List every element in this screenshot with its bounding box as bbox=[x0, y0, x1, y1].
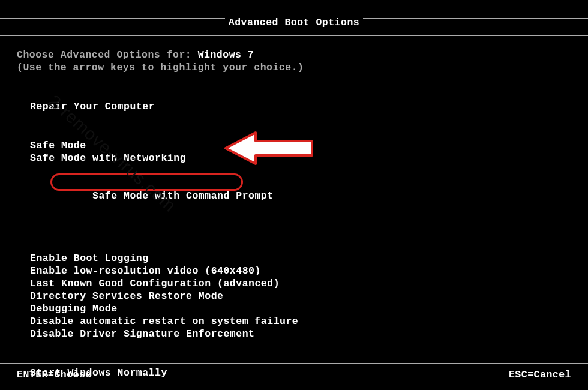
option-safe-mode-cmd-row[interactable]: Safe Mode with Command Prompt Safe Mode … bbox=[30, 164, 571, 240]
option-boot-logging[interactable]: Enable Boot Logging bbox=[30, 252, 571, 265]
option-safe-mode-cmd: Safe Mode with Command Prompt bbox=[92, 190, 274, 202]
option-dsrm[interactable]: Directory Services Restore Mode bbox=[30, 290, 571, 302]
option-low-res[interactable]: Enable low-resolution video (640x480) bbox=[30, 265, 571, 277]
enter-hint: ENTER=Choose bbox=[17, 369, 92, 380]
highlight-ring-annotation: Safe Mode with Command Prompt bbox=[50, 173, 244, 191]
footer-bar: ENTER=Choose ESC=Cancel bbox=[0, 363, 588, 380]
hint-text: (Use the arrow keys to highlight your ch… bbox=[17, 61, 571, 74]
esc-hint: ESC=Cancel bbox=[509, 369, 571, 380]
page-title: Advanced Boot Options bbox=[225, 17, 363, 28]
option-last-known-good[interactable]: Last Known Good Configuration (advanced) bbox=[30, 277, 571, 290]
option-safe-mode[interactable]: Safe Mode bbox=[30, 139, 571, 152]
os-name: Windows 7 bbox=[198, 49, 254, 61]
option-debugging[interactable]: Debugging Mode bbox=[30, 302, 571, 315]
option-safe-mode-networking[interactable]: Safe Mode with Networking bbox=[30, 152, 571, 164]
content-area: Choose Advanced Options for: Windows 7 (… bbox=[0, 33, 588, 390]
option-repair[interactable]: Repair Your Computer bbox=[30, 100, 571, 113]
title-bar: Advanced Boot Options bbox=[0, 0, 588, 33]
choose-prompt: Choose Advanced Options for: Windows 7 bbox=[17, 49, 571, 61]
option-no-auto-restart[interactable]: Disable automatic restart on system fail… bbox=[30, 315, 571, 328]
option-no-driver-sig[interactable]: Disable Driver Signature Enforcement bbox=[30, 328, 571, 340]
